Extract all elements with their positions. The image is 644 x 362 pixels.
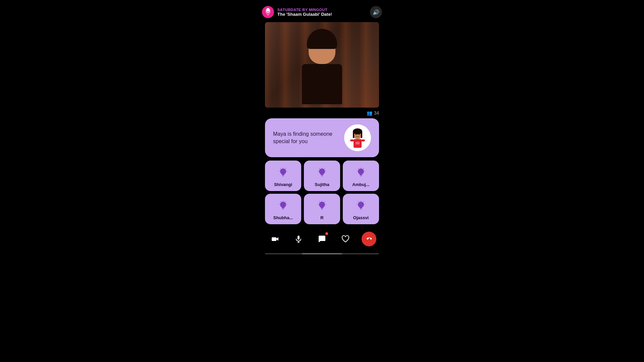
- sound-button[interactable]: 🔊: [370, 6, 382, 18]
- svg-line-19: [280, 168, 281, 169]
- svg-line-48: [324, 201, 325, 202]
- svg-rect-4: [353, 131, 354, 138]
- brand-name: SATURDATE BY MINGOUT: [277, 8, 332, 12]
- heart-icon: [341, 235, 350, 243]
- participant-name-sujitha: Sujitha: [315, 182, 329, 187]
- svg-rect-14: [282, 176, 284, 176]
- lightbulb-icon: [316, 167, 328, 179]
- svg-rect-53: [360, 208, 362, 208]
- svg-point-6: [355, 133, 357, 135]
- participant-icon-shubha: [276, 199, 290, 213]
- camera-button[interactable]: [268, 232, 282, 246]
- video-placeholder: [265, 22, 379, 108]
- lightbulb-icon: [355, 167, 367, 179]
- svg-line-56: [363, 201, 364, 202]
- person-head: [309, 34, 335, 64]
- svg-rect-29: [360, 175, 362, 175]
- svg-rect-13: [282, 175, 284, 175]
- participant-icon-r: [315, 199, 329, 213]
- svg-rect-9: [350, 139, 354, 141]
- person-silhouette: [292, 34, 352, 108]
- participant-name-ambuj: Ambuj...: [352, 182, 369, 187]
- lightbulb-icon: [277, 200, 289, 212]
- heart-button[interactable]: [338, 232, 353, 246]
- participant-icon-ambuj: [354, 166, 368, 179]
- participant-card-ambuj[interactable]: Ambuj...: [343, 161, 379, 191]
- bottom-bar-inner: [302, 253, 342, 254]
- app-container: SATURDATE BY MINGOUT The 'Shaam Gulaabi'…: [257, 0, 387, 283]
- participant-name-shubha: Shubha...: [273, 215, 293, 220]
- maya-card: Maya is finding someone special for you: [265, 118, 379, 157]
- svg-rect-60: [272, 237, 276, 241]
- svg-rect-5: [361, 131, 362, 138]
- participant-name-shivangi: Shivangi: [274, 182, 292, 187]
- chat-button[interactable]: [315, 232, 329, 246]
- svg-line-51: [319, 201, 320, 202]
- svg-rect-21: [321, 175, 323, 175]
- participants-bar: 👥 34: [265, 109, 379, 117]
- svg-rect-46: [321, 209, 323, 209]
- participant-card-shubha[interactable]: Shubha...: [265, 194, 301, 224]
- svg-line-43: [280, 201, 281, 202]
- bottom-controls: [257, 228, 387, 250]
- svg-line-40: [285, 201, 286, 202]
- svg-point-12: [280, 168, 286, 174]
- mic-button[interactable]: [291, 232, 306, 246]
- svg-line-27: [319, 168, 320, 169]
- participant-card-sujitha[interactable]: Sujitha: [304, 161, 340, 191]
- end-call-button[interactable]: [362, 232, 376, 246]
- svg-rect-61: [298, 236, 300, 240]
- participant-name-ojassvi: Ojassvi: [353, 215, 369, 220]
- svg-line-35: [358, 168, 359, 169]
- header: SATURDATE BY MINGOUT The 'Shaam Gulaabi'…: [257, 3, 387, 21]
- participants-icon: 👥: [367, 110, 372, 116]
- chat-icon: [318, 235, 326, 243]
- maya-avatar: [344, 124, 371, 151]
- svg-rect-10: [361, 139, 365, 141]
- svg-rect-30: [360, 176, 362, 176]
- participant-name-r: R: [320, 215, 323, 220]
- svg-rect-45: [321, 208, 323, 208]
- camera-icon: [271, 235, 279, 243]
- participant-icon-sujitha: [315, 166, 329, 179]
- app-logo: [262, 6, 274, 18]
- participant-icon-shivangi: [276, 166, 290, 179]
- lightbulb-icon: [355, 200, 367, 212]
- end-call-icon: [365, 235, 373, 243]
- person-hair: [307, 29, 337, 49]
- svg-rect-37: [282, 208, 284, 208]
- svg-line-16: [285, 168, 286, 169]
- svg-line-59: [358, 201, 359, 202]
- event-name: The 'Shaam Gulaabi' Date!: [277, 12, 332, 17]
- participants-count: 34: [374, 110, 379, 116]
- participants-grid: Shivangi Sujitha: [265, 161, 379, 224]
- svg-point-3: [353, 128, 362, 134]
- svg-rect-54: [360, 209, 362, 209]
- svg-point-7: [359, 133, 360, 135]
- svg-line-32: [363, 168, 364, 169]
- video-feed: [265, 22, 379, 108]
- participant-card-ojassvi[interactable]: Ojassvi: [343, 194, 379, 224]
- svg-rect-11: [356, 142, 360, 144]
- mic-icon: [294, 235, 303, 243]
- chat-badge: [325, 232, 328, 235]
- participant-card-shivangi[interactable]: Shivangi: [265, 161, 301, 191]
- maya-character-svg: [347, 127, 368, 151]
- svg-point-52: [358, 201, 364, 207]
- svg-point-1: [267, 10, 269, 12]
- participant-icon-ojassvi: [354, 199, 368, 213]
- svg-point-28: [358, 168, 364, 174]
- svg-point-44: [319, 201, 325, 207]
- svg-rect-22: [321, 176, 323, 176]
- bottom-bar: [265, 253, 379, 254]
- header-text: SATURDATE BY MINGOUT The 'Shaam Gulaabi'…: [277, 8, 332, 17]
- person-body: [302, 64, 342, 104]
- svg-point-36: [280, 201, 286, 207]
- svg-point-20: [319, 168, 325, 174]
- lightbulb-icon: [277, 167, 289, 179]
- lightbulb-icon: [316, 200, 328, 212]
- participant-card-r[interactable]: R: [304, 194, 340, 224]
- maya-message: Maya is finding someone special for you: [273, 130, 344, 145]
- svg-rect-38: [282, 209, 284, 209]
- svg-line-24: [324, 168, 325, 169]
